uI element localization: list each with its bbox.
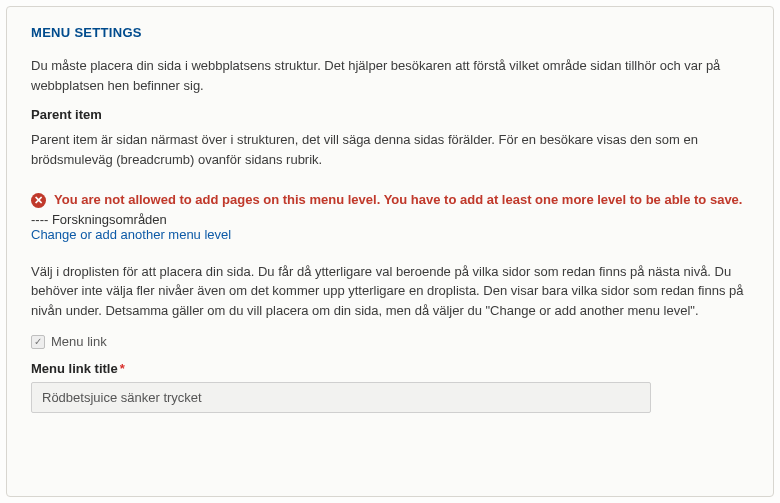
intro-text: Du måste placera din sida i webbplatsens…: [31, 56, 749, 95]
error-icon: ✕: [31, 193, 46, 208]
required-mark: *: [120, 361, 125, 376]
menu-link-title-label: Menu link title*: [31, 361, 749, 376]
menu-link-checkbox-row: ✓ Menu link: [31, 334, 749, 349]
menu-link-title-field[interactable]: [31, 382, 651, 413]
change-menu-level-link[interactable]: Change or add another menu level: [31, 227, 231, 242]
error-text: You are not allowed to add pages on this…: [54, 191, 742, 210]
droplist-help-text: Välj i droplisten för att placera din si…: [31, 262, 749, 321]
selected-parent-path: ---- Forskningsområden: [31, 212, 749, 227]
menu-link-title-label-text: Menu link title: [31, 361, 118, 376]
menu-link-checkbox[interactable]: ✓: [31, 335, 45, 349]
section-title: MENU SETTINGS: [31, 25, 749, 40]
parent-item-heading: Parent item: [31, 107, 749, 122]
error-message: ✕ You are not allowed to add pages on th…: [31, 191, 749, 210]
menu-settings-panel: MENU SETTINGS Du måste placera din sida …: [6, 6, 774, 497]
parent-item-description: Parent item är sidan närmast över i stru…: [31, 130, 749, 169]
menu-link-checkbox-label: Menu link: [51, 334, 107, 349]
